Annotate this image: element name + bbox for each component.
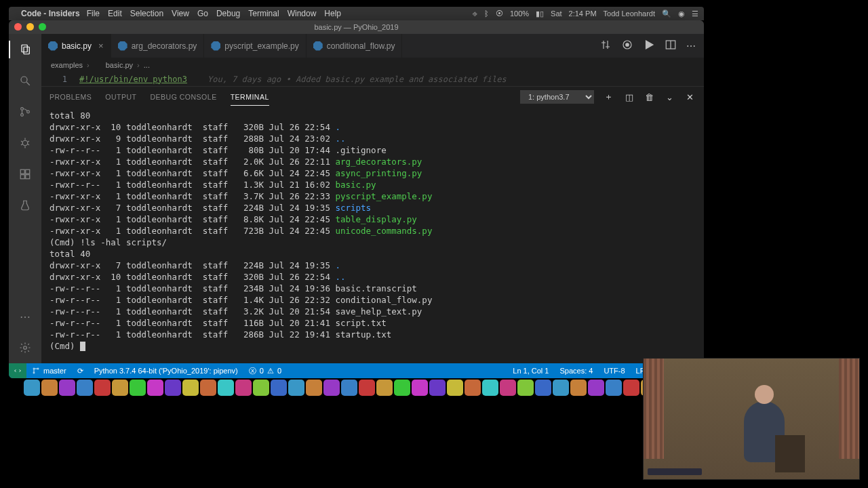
dock-app-icon[interactable] (218, 380, 234, 396)
dock-app-icon[interactable] (553, 380, 569, 396)
dock-app-icon[interactable] (500, 380, 516, 396)
maximize-panel-icon[interactable]: ⌄ (665, 92, 675, 102)
close-window-button[interactable] (14, 23, 22, 30)
menu-file[interactable]: File (87, 9, 100, 18)
dock-app-icon[interactable] (112, 380, 128, 396)
dock-app-icon[interactable] (147, 380, 163, 396)
dock-app-icon[interactable] (341, 380, 357, 396)
dock-app-icon[interactable] (165, 380, 181, 396)
spotlight-icon[interactable]: 🔍 (662, 9, 671, 18)
new-terminal-icon[interactable]: ＋ (604, 91, 614, 103)
breadcrumb-segment[interactable]: ... (144, 61, 150, 69)
run-icon[interactable] (643, 39, 655, 53)
menu-help[interactable]: Help (324, 9, 341, 18)
dock-app-icon[interactable] (323, 380, 340, 396)
menu-debug[interactable]: Debug (216, 9, 240, 18)
editor-tab[interactable]: pyscript_example.py (204, 34, 306, 58)
git-branch[interactable]: master (26, 367, 72, 375)
open-changes-icon[interactable] (621, 39, 633, 53)
dock-app-icon[interactable] (306, 380, 322, 396)
more-actions-icon[interactable]: ⋯ (686, 41, 696, 52)
cursor-position[interactable]: Ln 1, Col 1 (507, 367, 554, 375)
test-icon[interactable] (16, 197, 34, 214)
menu-terminal[interactable]: Terminal (248, 9, 279, 18)
dock-app-icon[interactable] (24, 380, 40, 396)
dock-app-icon[interactable] (182, 380, 199, 396)
menu-go[interactable]: Go (197, 9, 208, 18)
wifi-icon[interactable]: ⦿ (496, 9, 503, 18)
breadcrumb[interactable]: examples › basic.py › ... (41, 58, 704, 73)
close-panel-icon[interactable]: ✕ (685, 92, 696, 102)
menu-window[interactable]: Window (288, 9, 317, 18)
split-editor-icon[interactable] (665, 39, 677, 53)
dock-app-icon[interactable] (376, 380, 393, 396)
editor-tab[interactable]: basic.py× (41, 34, 111, 58)
dock-app-icon[interactable] (271, 380, 287, 396)
dock-app-icon[interactable] (77, 380, 93, 396)
menu-edit[interactable]: Edit (108, 9, 122, 18)
remote-indicator[interactable] (9, 363, 26, 378)
zoom-window-button[interactable] (39, 23, 46, 30)
source-control-icon[interactable] (16, 103, 34, 121)
dock-app-icon[interactable] (59, 380, 75, 396)
dock-app-icon[interactable] (41, 380, 58, 396)
editor-tab[interactable]: conditional_flow.py (307, 34, 403, 58)
search-icon[interactable] (16, 72, 34, 89)
split-terminal-icon[interactable]: ◫ (624, 92, 635, 102)
dock-app-icon[interactable] (588, 380, 604, 396)
more-icon[interactable]: ⋯ (16, 308, 34, 325)
editor-content[interactable]: #!/usr/bin/env python3 (79, 75, 187, 84)
explorer-icon[interactable] (9, 41, 41, 58)
video-pip-overlay[interactable]: ◀▶■▢ ✕ (643, 358, 860, 480)
sync-icon[interactable]: ⟳ (72, 367, 89, 375)
dock-app-icon[interactable] (394, 380, 410, 396)
notification-center-icon[interactable]: ☰ (692, 9, 698, 18)
terminal-output[interactable]: total 80drwxr-xr-x 10 toddleonhardt staf… (41, 107, 704, 363)
dock-app-icon[interactable] (447, 380, 463, 396)
dock-app-icon[interactable] (288, 380, 304, 396)
kill-terminal-icon[interactable]: 🗑 (644, 92, 655, 102)
dock-app-icon[interactable] (482, 380, 498, 396)
app-name[interactable]: Code - Insiders (21, 9, 80, 18)
dock-app-icon[interactable] (570, 380, 587, 396)
debug-icon[interactable] (16, 134, 34, 152)
panel-tab-debug-console[interactable]: DEBUG CONSOLE (151, 89, 217, 106)
dock-app-icon[interactable] (94, 380, 111, 396)
dock-app-icon[interactable] (412, 380, 428, 396)
panel-tab-problems[interactable]: PROBLEMS (50, 89, 92, 106)
dock-app-icon[interactable] (130, 380, 146, 396)
menubar-user[interactable]: Todd Leonhardt (604, 9, 655, 18)
panel-tab-terminal[interactable]: TERMINAL (231, 89, 269, 106)
dock-app-icon[interactable] (235, 380, 252, 396)
dock-app-icon[interactable] (535, 380, 551, 396)
dock-app-icon[interactable] (517, 380, 534, 396)
indentation[interactable]: Spaces: 4 (554, 367, 598, 375)
battery-icon[interactable]: ▮▯ (536, 9, 544, 18)
breadcrumb-segment[interactable]: examples (51, 61, 83, 69)
settings-gear-icon[interactable] (16, 339, 34, 357)
dock-app-icon[interactable] (623, 380, 639, 396)
minimize-window-button[interactable] (26, 23, 34, 30)
breadcrumb-segment[interactable]: basic.py (106, 61, 133, 69)
dock-app-icon[interactable] (359, 380, 375, 396)
menubar-extra-icon[interactable]: ⎆ (473, 9, 477, 18)
siri-icon[interactable]: ◉ (678, 9, 685, 18)
extensions-icon[interactable] (16, 165, 34, 183)
dock-app-icon[interactable] (429, 380, 446, 396)
dock-app-icon[interactable] (465, 380, 481, 396)
problems-count[interactable]: ⓧ 0 ⚠ 0 (243, 366, 287, 376)
encoding[interactable]: UTF-8 (598, 367, 630, 375)
dock-app-icon[interactable] (253, 380, 269, 396)
panel-tab-output[interactable]: OUTPUT (105, 89, 136, 106)
bluetooth-icon[interactable]: ᛒ (484, 9, 489, 18)
compare-changes-icon[interactable] (599, 39, 612, 53)
editor-tab[interactable]: arg_decorators.py (111, 34, 205, 58)
dock-app-icon[interactable] (200, 380, 216, 396)
terminal-selector[interactable]: 1: python3.7 (520, 90, 594, 104)
dock-app-icon[interactable] (606, 380, 622, 396)
editor-line[interactable]: 1 #!/usr/bin/env python3 You, 7 days ago… (41, 73, 704, 86)
close-tab-icon[interactable]: × (98, 41, 104, 51)
menu-view[interactable]: View (172, 9, 189, 18)
menu-selection[interactable]: Selection (130, 9, 163, 18)
python-interpreter[interactable]: Python 3.7.4 64-bit ('PyOhio_2019': pipe… (89, 367, 243, 375)
